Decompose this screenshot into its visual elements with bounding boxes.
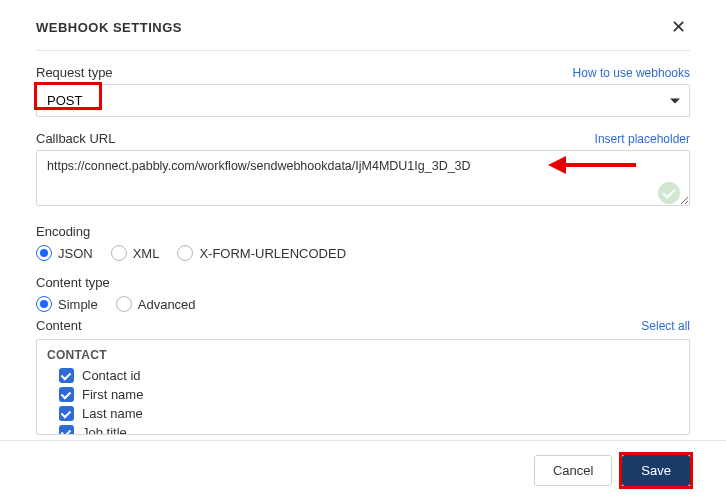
save-button-label: Save: [641, 463, 671, 478]
request-type-select-wrap: POST: [36, 84, 690, 117]
radio-icon: [177, 245, 193, 261]
radio-label: X-FORM-URLENCODED: [199, 246, 346, 261]
encoding-radio-group: JSONXMLX-FORM-URLENCODED: [36, 245, 690, 261]
modal-header: WEBHOOK SETTINGS ✕: [0, 0, 726, 50]
encoding-radio[interactable]: XML: [111, 245, 160, 261]
how-to-use-link[interactable]: How to use webhooks: [573, 66, 690, 80]
content-group-title: CONTACT: [47, 348, 679, 362]
modal-body: Request type How to use webhooks POST Ca…: [0, 51, 726, 435]
modal-footer: Cancel Save: [0, 440, 726, 500]
content-type-radio-group: SimpleAdvanced: [36, 296, 690, 312]
content-type-label: Content type: [36, 275, 690, 290]
encoding-radio[interactable]: X-FORM-URLENCODED: [177, 245, 346, 261]
radio-label: Simple: [58, 297, 98, 312]
checkbox-label: Last name: [82, 406, 143, 421]
content-checkbox-item[interactable]: Contact id: [47, 366, 679, 385]
cancel-button[interactable]: Cancel: [534, 455, 612, 486]
valid-check-icon: [658, 182, 680, 204]
content-checkbox-item[interactable]: Job title: [47, 423, 679, 435]
request-type-header: Request type How to use webhooks: [36, 65, 690, 80]
check-icon: [59, 368, 74, 383]
request-type-select[interactable]: POST: [36, 84, 690, 117]
checkbox-label: First name: [82, 387, 143, 402]
radio-icon: [36, 296, 52, 312]
callback-label: Callback URL: [36, 131, 115, 146]
content-header: Content Select all: [36, 318, 690, 333]
save-button[interactable]: Save: [622, 455, 690, 486]
check-icon: [59, 406, 74, 421]
radio-label: Advanced: [138, 297, 196, 312]
radio-icon: [111, 245, 127, 261]
callback-url-input[interactable]: [36, 150, 690, 206]
close-icon[interactable]: ✕: [667, 14, 690, 40]
insert-placeholder-link[interactable]: Insert placeholder: [595, 132, 690, 146]
checkbox-label: Contact id: [82, 368, 141, 383]
callback-header: Callback URL Insert placeholder: [36, 131, 690, 146]
content-type-radio[interactable]: Simple: [36, 296, 98, 312]
encoding-label: Encoding: [36, 224, 690, 239]
webhook-settings-modal: WEBHOOK SETTINGS ✕ Request type How to u…: [0, 0, 726, 500]
callback-wrap: [36, 150, 690, 210]
content-checkbox-item[interactable]: Last name: [47, 404, 679, 423]
content-list[interactable]: CONTACT Contact idFirst nameLast nameJob…: [36, 339, 690, 435]
content-checkbox-item[interactable]: First name: [47, 385, 679, 404]
radio-label: JSON: [58, 246, 93, 261]
radio-icon: [36, 245, 52, 261]
content-type-radio[interactable]: Advanced: [116, 296, 196, 312]
radio-label: XML: [133, 246, 160, 261]
radio-icon: [116, 296, 132, 312]
check-icon: [59, 425, 74, 435]
request-type-label: Request type: [36, 65, 113, 80]
checkbox-label: Job title: [82, 425, 127, 435]
content-label: Content: [36, 318, 82, 333]
select-all-link[interactable]: Select all: [641, 319, 690, 333]
check-icon: [59, 387, 74, 402]
modal-title: WEBHOOK SETTINGS: [36, 20, 182, 35]
encoding-radio[interactable]: JSON: [36, 245, 93, 261]
